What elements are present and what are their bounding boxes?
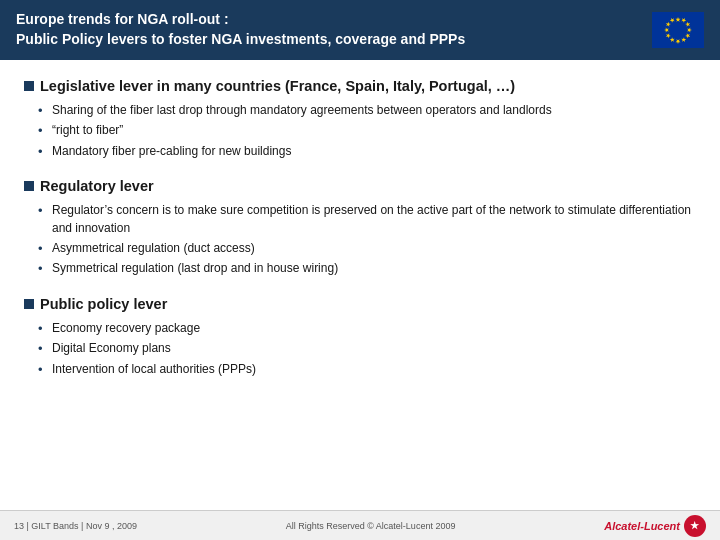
eu-flag-icon xyxy=(652,12,704,48)
legislative-bullets: Sharing of the fiber last drop through m… xyxy=(24,102,696,160)
section-bullet-square xyxy=(24,299,34,309)
section-regulatory-title: Regulatory lever xyxy=(24,178,696,194)
footer-brand: Alcatel-Lucent ★ xyxy=(604,515,706,537)
alcatel-lucent-text: Alcatel-Lucent xyxy=(604,520,680,532)
list-item: Digital Economy plans xyxy=(52,340,696,357)
list-item: Regulator’s concern is to make sure comp… xyxy=(52,202,696,237)
footer: 13 | GILT Bands | Nov 9 , 2009 All Right… xyxy=(0,510,720,540)
section-regulatory: Regulatory lever Regulator’s concern is … xyxy=(24,178,696,278)
main-content: Legislative lever in many countries (Fra… xyxy=(0,60,720,406)
header: Europe trends for NGA roll-out : Public … xyxy=(0,0,720,60)
section-public-policy: Public policy lever Economy recovery pac… xyxy=(24,296,696,378)
header-title: Europe trends for NGA roll-out : Public … xyxy=(16,10,465,49)
alcatel-lucent-icon: ★ xyxy=(684,515,706,537)
list-item: Mandatory fiber pre-cabling for new buil… xyxy=(52,143,696,160)
section-legislative: Legislative lever in many countries (Fra… xyxy=(24,78,696,160)
list-item: Sharing of the fiber last drop through m… xyxy=(52,102,696,119)
section-legislative-title: Legislative lever in many countries (Fra… xyxy=(24,78,696,94)
list-item: Economy recovery package xyxy=(52,320,696,337)
list-item: Asymmetrical regulation (duct access) xyxy=(52,240,696,257)
list-item: Symmetrical regulation (last drop and in… xyxy=(52,260,696,277)
footer-left-text: 13 | GILT Bands | Nov 9 , 2009 xyxy=(14,521,137,531)
section-bullet-square xyxy=(24,181,34,191)
section-public-policy-title: Public policy lever xyxy=(24,296,696,312)
footer-center-text: All Rights Reserved © Alcatel-Lucent 200… xyxy=(286,521,456,531)
list-item: “right to fiber” xyxy=(52,122,696,139)
public-policy-bullets: Economy recovery package Digital Economy… xyxy=(24,320,696,378)
list-item: Intervention of local authorities (PPPs) xyxy=(52,361,696,378)
regulatory-bullets: Regulator’s concern is to make sure comp… xyxy=(24,202,696,278)
section-bullet-square xyxy=(24,81,34,91)
